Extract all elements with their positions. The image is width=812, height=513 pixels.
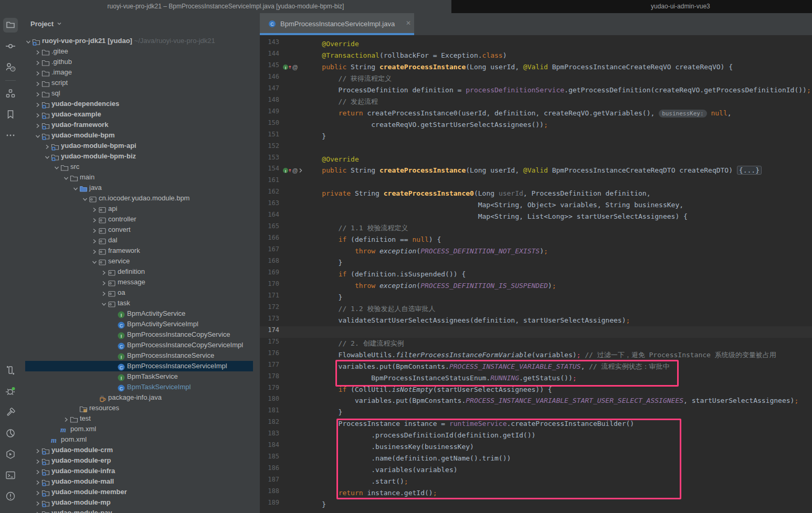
- tree-item[interactable]: yudao-framework: [21, 120, 260, 130]
- tree-item[interactable]: task: [21, 298, 260, 308]
- line-number[interactable]: 169: [260, 269, 279, 280]
- tab-BpmProcessInstanceServiceImpl[interactable]: C BpmProcessInstanceServiceImpl.java ✕: [260, 13, 414, 35]
- tree-item[interactable]: ruoyi-vue-pro-jdk21 [yudao] ~/Java/ruoyi…: [21, 36, 260, 46]
- activity-pull-requests-icon[interactable]: ?: [0, 60, 21, 74]
- tree-item[interactable]: main: [21, 172, 260, 183]
- tree-item[interactable]: yudao-module-crm: [21, 445, 260, 455]
- code-line[interactable]: @Override: [305, 38, 359, 50]
- code-editor[interactable]: 143 @Override144 @Transactional(rollback…: [260, 35, 812, 513]
- tree-item[interactable]: package-info.java: [21, 392, 260, 403]
- code-line[interactable]: createReqVO.getStartUserSelectAssignees(…: [305, 119, 548, 131]
- activity-terminal-icon[interactable]: [0, 468, 21, 483]
- tree-item[interactable]: yudao-module-erp: [21, 455, 260, 466]
- tree-item[interactable]: CBpmTaskServiceImpl: [21, 382, 260, 392]
- code-line[interactable]: }: [305, 292, 342, 303]
- tree-item[interactable]: dal: [21, 235, 260, 245]
- activity-structure-icon[interactable]: [0, 86, 21, 101]
- line-number[interactable]: 179: [260, 384, 279, 396]
- tree-item[interactable]: oa: [21, 287, 260, 298]
- tree-item[interactable]: yudao-module-bpm-biz: [21, 151, 260, 162]
- line-number[interactable]: 168: [260, 257, 279, 269]
- line-number[interactable]: 161: [260, 176, 279, 188]
- line-number[interactable]: 187: [260, 476, 279, 487]
- code-line[interactable]: }: [305, 407, 342, 418]
- activity-build-icon[interactable]: [0, 405, 21, 420]
- tree-item[interactable]: service: [21, 256, 260, 266]
- line-number[interactable]: 151: [260, 131, 279, 142]
- code-line[interactable]: validateStartUserSelectAssignees(definit…: [305, 315, 630, 326]
- activity-debug-icon[interactable]: [0, 384, 21, 399]
- tab-close-icon[interactable]: ✕: [406, 19, 411, 27]
- line-number[interactable]: 176: [260, 349, 279, 361]
- gutter-override-icon[interactable]: I@: [282, 165, 303, 176]
- code-line[interactable]: if (definition == null) {: [305, 234, 441, 245]
- line-number[interactable]: 180: [260, 395, 279, 407]
- line-number[interactable]: 172: [260, 303, 279, 315]
- code-line[interactable]: // 2. 创建流程实例: [305, 338, 404, 349]
- line-number[interactable]: 185: [260, 453, 279, 464]
- tree-item[interactable]: .gitee: [21, 46, 260, 57]
- line-number[interactable]: 188: [260, 487, 279, 499]
- line-number[interactable]: 167: [260, 245, 279, 257]
- gutter-override-icon[interactable]: I@: [282, 61, 303, 73]
- code-line[interactable]: // 1.1 校验流程定义: [305, 222, 408, 234]
- activity-commit-icon[interactable]: [0, 39, 21, 54]
- code-line[interactable]: @Override: [305, 154, 359, 165]
- tree-item[interactable]: IBpmTaskService: [21, 371, 260, 382]
- line-number[interactable]: 165: [260, 222, 279, 234]
- line-number[interactable]: 153: [260, 154, 279, 165]
- line-number[interactable]: 182: [260, 418, 279, 430]
- line-number[interactable]: 145: [260, 61, 279, 73]
- tree-item[interactable]: mpom.xml: [21, 424, 260, 434]
- code-line[interactable]: }: [305, 257, 342, 269]
- code-line[interactable]: }: [305, 131, 326, 142]
- code-line[interactable]: }: [305, 499, 326, 510]
- project-panel-header[interactable]: Project: [30, 20, 62, 28]
- activity-problems-icon[interactable]: [0, 489, 21, 504]
- tree-item[interactable]: cn.iocoder.yudao.module.bpm: [21, 193, 260, 204]
- line-number[interactable]: 144: [260, 50, 279, 61]
- line-number[interactable]: 174: [260, 326, 279, 338]
- code-line[interactable]: throw exception(PROCESS_DEFINITION_NOT_E…: [305, 245, 548, 257]
- line-number[interactable]: 181: [260, 407, 279, 418]
- tree-item[interactable]: IBpmActivityService: [21, 308, 260, 319]
- tree-item[interactable]: yudao-module-mall: [21, 476, 260, 487]
- line-number[interactable]: 171: [260, 292, 279, 303]
- line-number[interactable]: 186: [260, 464, 279, 476]
- line-number[interactable]: 152: [260, 142, 279, 154]
- line-number[interactable]: 143: [260, 38, 279, 50]
- tree-item[interactable]: script: [21, 78, 260, 88]
- code-line[interactable]: FlowableUtils.filterProcessInstanceFormV…: [305, 349, 776, 361]
- tree-item[interactable]: yudao-module-infra: [21, 466, 260, 476]
- line-number[interactable]: 175: [260, 338, 279, 349]
- tree-item[interactable]: yudao-module-bpm: [21, 130, 260, 141]
- tree-item[interactable]: sql: [21, 88, 260, 99]
- tree-item[interactable]: src: [21, 162, 260, 172]
- tree-item[interactable]: IBpmProcessInstanceService: [21, 350, 260, 361]
- activity-profiler-icon[interactable]: [0, 426, 21, 441]
- tree-item[interactable]: yudao-module-pay: [21, 508, 260, 513]
- code-line[interactable]: // 发起流程: [305, 96, 378, 108]
- tree-item[interactable]: resources: [21, 403, 260, 413]
- code-line[interactable]: Map<String, List<Long>> startUserSelectA…: [305, 211, 688, 222]
- tree-item[interactable]: api: [21, 204, 260, 214]
- line-number[interactable]: 146: [260, 73, 279, 84]
- code-line[interactable]: // 获得流程定义: [305, 73, 392, 84]
- line-number[interactable]: 149: [260, 108, 279, 119]
- code-line[interactable]: private String createProcessInstance0(Lo…: [305, 188, 651, 199]
- code-line[interactable]: @Transactional(rollbackFor = Exception.c…: [305, 50, 507, 61]
- code-line[interactable]: public String createProcessInstance(Long…: [305, 61, 733, 73]
- tree-item[interactable]: convert: [21, 225, 260, 235]
- line-number[interactable]: 166: [260, 234, 279, 245]
- tree-item[interactable]: test: [21, 413, 260, 424]
- tree-item[interactable]: yudao-dependencies: [21, 99, 260, 109]
- tree-item[interactable]: CBpmActivityServiceImpl: [21, 319, 260, 329]
- tree-item[interactable]: .github: [21, 57, 260, 67]
- code-line[interactable]: public String createProcessInstance(Long…: [305, 165, 762, 176]
- tree-item[interactable]: mpom.xml: [21, 434, 260, 445]
- code-line[interactable]: if (definition.isSuspended()) {: [305, 269, 466, 280]
- line-number[interactable]: 173: [260, 315, 279, 326]
- line-number[interactable]: 178: [260, 372, 279, 384]
- code-line[interactable]: // 1.2 校验发起人自选审批人: [305, 303, 435, 315]
- line-number[interactable]: 148: [260, 96, 279, 108]
